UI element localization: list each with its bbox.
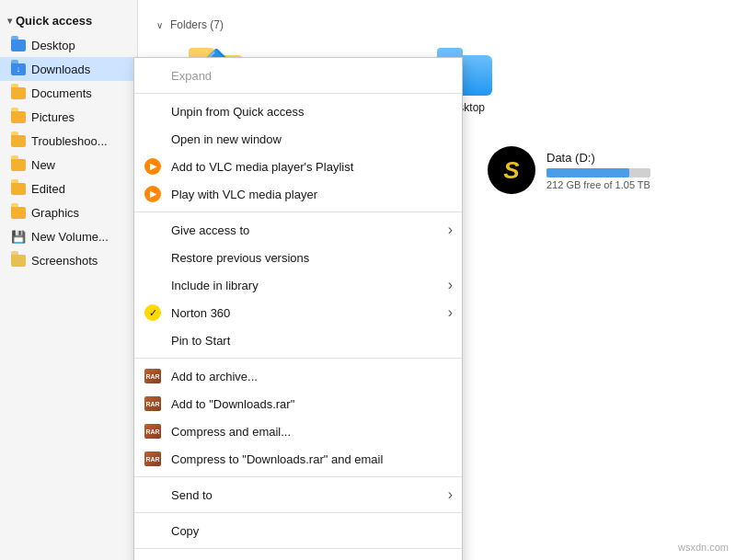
sidebar-item-downloads-label: Downloads [31,63,90,76]
ctx-add-archive[interactable]: RAR Add to archive... [134,362,462,390]
sidebar: ▾ Quick access Desktop ↓ Downloads [0,0,138,560]
ctx-compress-email[interactable]: RAR Compress and email... [134,417,462,445]
ctx-vlc-playlist[interactable]: ▶ Add to VLC media player's Playlist [134,153,462,180]
sidebar-item-troubleshoot-label: Troubleshoo... [31,134,108,148]
sidebar-item-desktop-label: Desktop [31,39,75,52]
new-volume-icon: 💾 [11,229,26,244]
edited-folder-icon [11,181,26,196]
pictures-folder-icon [11,109,26,124]
folders-header-label: Folders (7) [170,18,224,31]
drive-progress-bar-fill [546,168,629,177]
sidebar-item-new-volume-label: New Volume... [31,230,109,244]
sidebar-item-edited-label: Edited [31,182,65,196]
ctx-include-library-label: Include in library [171,279,259,292]
ctx-expand-label: Expand [171,69,212,83]
quick-access-header[interactable]: ▾ Quick access [0,7,137,33]
drive-progress-bar-bg [546,168,650,177]
drive-name: Data (D:) [546,151,650,165]
ctx-sep-6 [134,548,462,549]
sidebar-item-edited[interactable]: Edited [0,177,137,200]
ctx-compress-rar-email[interactable]: RAR Compress to "Downloads.rar" and emai… [134,445,462,473]
sidebar-item-new-volume[interactable]: 💾 New Volume... [0,224,137,248]
ctx-sep-4 [134,476,462,477]
ctx-compress-rar-email-label: Compress to "Downloads.rar" and email [171,452,383,466]
ctx-give-access-label: Give access to [171,223,249,237]
ctx-sep-1 [134,93,462,94]
documents-folder-icon [11,86,26,100]
drive-free-text: 212 GB free of 1.05 TB [546,179,650,190]
context-menu: Expand Unpin from Quick access Open in n… [133,57,463,560]
ctx-add-downloads-rar-label: Add to "Downloads.rar" [171,397,294,411]
drive-item-data[interactable]: S Data (D:) 212 GB free of 1.05 TB [488,136,650,204]
ctx-open-new-window[interactable]: Open in new window [134,125,462,153]
ctx-vlc-play-label: Play with VLC media player [171,188,317,201]
sidebar-item-new-label: New [31,158,55,172]
ctx-send-to-label: Send to [171,488,213,502]
rar-icon-1: RAR [144,367,162,385]
vlc-icon-2: ▶ [144,185,162,203]
sidebar-item-pictures[interactable]: Pictures [0,105,137,129]
sidebar-item-documents[interactable]: Documents [0,81,137,105]
explorer-window: ▾ Quick access Desktop ↓ Downloads [0,0,736,560]
ctx-unpin-label: Unpin from Quick access [171,105,305,119]
ctx-sep-5 [134,512,462,513]
ctx-norton360[interactable]: ✓ Norton 360 [134,299,462,326]
norton-icon: ✓ [144,303,162,322]
rar-icon-4: RAR [144,450,162,468]
ctx-compress-email-label: Compress and email... [171,425,291,439]
ctx-restore-versions[interactable]: Restore previous versions [134,244,462,271]
ctx-vlc-play[interactable]: ▶ Play with VLC media player [134,180,462,208]
ctx-give-access[interactable]: Give access to [134,216,462,244]
screenshots-folder-icon [11,253,26,268]
sidebar-item-new[interactable]: New [0,153,137,177]
ctx-send-to[interactable]: Send to [134,481,462,509]
rar-icon-3: RAR [144,422,162,440]
ctx-unpin[interactable]: Unpin from Quick access [134,97,462,125]
sidebar-item-documents-label: Documents [31,86,92,100]
sidebar-item-downloads[interactable]: ↓ Downloads [0,57,137,81]
ctx-pin-start[interactable]: Pin to Start [134,326,462,354]
rar-icon-2: RAR [144,394,162,413]
ctx-sep-3 [134,358,462,359]
sidebar-item-troubleshoot[interactable]: Troubleshoo... [0,129,137,153]
vlc-icon-1: ▶ [144,157,162,176]
sidebar-item-graphics-label: Graphics [31,206,79,220]
ctx-vlc-playlist-label: Add to VLC media player's Playlist [171,160,353,174]
ctx-pin-start-label: Pin to Start [171,334,230,348]
ctx-copy[interactable]: Copy [134,517,462,544]
ctx-new[interactable]: New [134,553,462,560]
troubleshoot-folder-icon [11,133,26,148]
ctx-expand[interactable]: Expand [134,62,462,89]
graphics-folder-icon [11,205,26,220]
new-folder-icon [11,157,26,172]
ctx-add-downloads-rar[interactable]: RAR Add to "Downloads.rar" [134,390,462,417]
sidebar-item-screenshots[interactable]: Screenshots [0,248,137,272]
folders-header: Folders (7) [156,18,718,31]
ctx-open-new-window-label: Open in new window [171,132,282,146]
expand-arrow-icon: ▾ [7,16,12,26]
ctx-restore-versions-label: Restore previous versions [171,251,309,265]
ctx-add-archive-label: Add to archive... [171,370,258,383]
sidebar-item-screenshots-label: Screenshots [31,254,98,268]
quick-access-label: Quick access [16,14,92,28]
ctx-sep-2 [134,211,462,212]
ctx-include-library[interactable]: Include in library [134,271,462,299]
sidebar-item-pictures-label: Pictures [31,110,75,124]
desktop-folder-icon [11,38,26,52]
drive-superman-icon: S [488,146,535,194]
drive-info: Data (D:) 212 GB free of 1.05 TB [546,151,650,190]
ctx-copy-label: Copy [171,524,199,538]
watermark: wsxdn.com [678,542,729,553]
downloads-folder-icon: ↓ [11,62,26,76]
sidebar-item-graphics[interactable]: Graphics [0,200,137,224]
sidebar-item-desktop[interactable]: Desktop [0,33,137,57]
ctx-norton360-label: Norton 360 [171,306,230,320]
